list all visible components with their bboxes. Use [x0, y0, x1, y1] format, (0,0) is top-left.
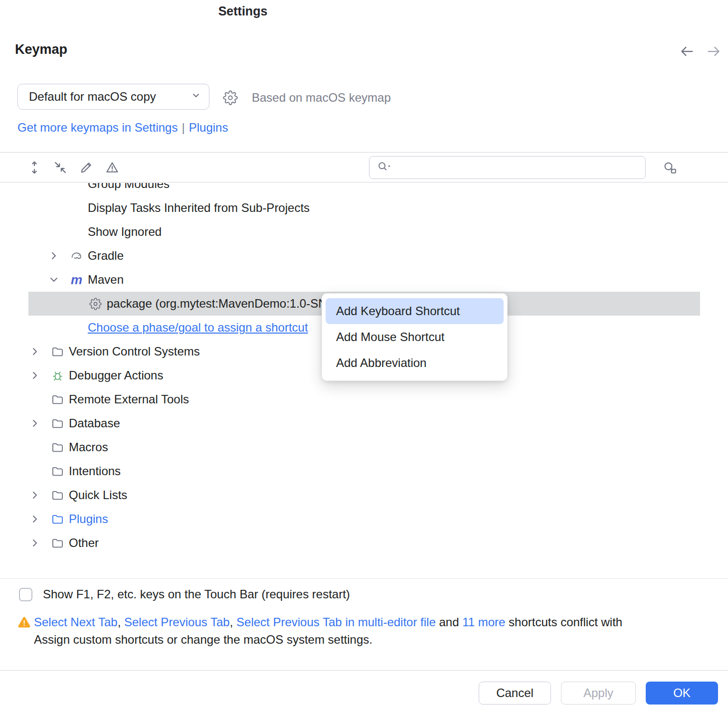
find-by-shortcut-icon[interactable]	[662, 160, 677, 175]
tree-item-intentions[interactable]: Intentions	[0, 459, 728, 483]
warning-separator: ,	[118, 615, 124, 629]
tree-item-show-ignored[interactable]: Show Ignored	[0, 220, 728, 244]
folder-icon	[51, 465, 64, 478]
based-on-label: Based on macOS keymap	[252, 91, 391, 105]
bug-icon	[51, 369, 64, 382]
keymap-selector-value: Default for macOS copy	[29, 90, 190, 104]
tree-item-label: Remote External Tools	[69, 392, 189, 406]
warning-tail: shortcuts conflict with	[505, 615, 622, 629]
search-icon[interactable]	[375, 160, 393, 175]
folder-icon	[51, 489, 64, 502]
folder-icon	[51, 345, 64, 358]
conflict-link-select-previous-tab-multi[interactable]: Select Previous Tab in multi-editor file	[236, 615, 436, 629]
tree-item-other[interactable]: Other	[0, 531, 728, 555]
menu-item-label: Add Keyboard Shortcut	[336, 304, 460, 318]
menu-item-add-abbreviation[interactable]: Add Abbreviation	[326, 350, 504, 376]
tree-item-label: Other	[69, 536, 99, 550]
folder-icon	[51, 513, 64, 526]
tree-item-label: Macros	[69, 440, 108, 454]
keymap-settings-gear-icon[interactable]	[223, 90, 238, 105]
window-title: Settings	[0, 4, 486, 18]
cancel-button[interactable]: Cancel	[479, 682, 551, 705]
conflict-link-select-previous-tab[interactable]: Select Previous Tab	[124, 615, 230, 629]
edit-shortcut-icon[interactable]	[79, 160, 94, 175]
tree-item-label: Database	[69, 416, 120, 430]
tree-item-label: Group Modules	[88, 183, 170, 191]
keymap-search-box	[369, 156, 646, 179]
get-more-keymaps-link[interactable]: Get more keymaps in Settings	[17, 121, 178, 134]
choose-goal-link[interactable]: Choose a phase/goal to assign a shortcut	[88, 321, 308, 335]
warning-line-2: Assign custom shortcuts or change the ma…	[34, 633, 372, 646]
conflict-link-more[interactable]: 11 more	[462, 615, 505, 629]
touchbar-option: Show F1, F2, etc. keys on the Touch Bar …	[19, 587, 350, 601]
chevron-right-icon[interactable]	[48, 250, 60, 262]
warning-icon	[17, 615, 31, 633]
link-divider: |	[182, 121, 184, 134]
chevron-right-icon[interactable]	[29, 369, 41, 381]
tree-item-remote-external-tools[interactable]: Remote External Tools	[0, 387, 728, 411]
tree-bottom-divider	[0, 578, 728, 579]
warning-text: Select Next Tab, Select Previous Tab, Se…	[34, 613, 726, 648]
menu-item-add-mouse-shortcut[interactable]: Add Mouse Shortcut	[326, 324, 504, 350]
ok-button[interactable]: OK	[646, 682, 718, 705]
gear-icon	[89, 297, 102, 311]
tree-item-label: Intentions	[69, 464, 121, 478]
tree-item-label: Gradle	[88, 249, 124, 263]
chevron-right-icon[interactable]	[29, 346, 41, 357]
tree-item-label: Show Ignored	[88, 225, 162, 239]
tree-item-label: Version Control Systems	[69, 345, 200, 358]
folder-icon	[51, 417, 64, 430]
maven-icon: m	[70, 272, 83, 288]
menu-item-label: Add Mouse Shortcut	[336, 330, 444, 344]
menu-item-add-keyboard-shortcut[interactable]: Add Keyboard Shortcut	[326, 298, 504, 324]
chevron-right-icon[interactable]	[29, 417, 41, 429]
gradle-icon	[70, 249, 83, 263]
warning-separator: ,	[230, 615, 236, 629]
touchbar-checkbox-label: Show F1, F2, etc. keys on the Touch Bar …	[43, 587, 350, 601]
menu-item-label: Add Abbreviation	[336, 356, 426, 370]
settings-dialog: Settings Keymap Default for macOS copy B…	[0, 0, 728, 713]
chevron-right-icon[interactable]	[29, 489, 41, 501]
tree-item-gradle[interactable]: Gradle	[0, 244, 728, 268]
folder-icon	[51, 536, 64, 550]
tree-item-macros[interactable]: Macros	[0, 435, 728, 459]
tree-item-label: Debugger Actions	[69, 368, 163, 382]
back-arrow-icon[interactable]	[680, 44, 695, 59]
tree-item-group-modules[interactable]: Group Modules	[0, 183, 728, 196]
warning-and: and	[436, 615, 462, 629]
context-menu: Add Keyboard Shortcut Add Mouse Shortcut…	[322, 293, 508, 381]
tree-toolbar	[0, 152, 728, 182]
keymap-selector[interactable]: Default for macOS copy	[17, 84, 209, 110]
touchbar-checkbox[interactable]	[19, 588, 32, 601]
chevron-down-icon	[190, 89, 202, 104]
keymap-search-input[interactable]	[393, 158, 645, 178]
forward-arrow-icon[interactable]	[706, 44, 721, 59]
tree-item-label: Plugins	[69, 512, 108, 526]
show-conflicts-icon[interactable]	[105, 160, 120, 175]
folder-icon	[51, 393, 64, 406]
tree-item-plugins[interactable]: Plugins	[0, 507, 728, 531]
tree-item-display-tasks[interactable]: Display Tasks Inherited from Sub-Project…	[0, 196, 728, 220]
tree-item-maven[interactable]: m Maven	[0, 268, 728, 292]
conflict-link-select-next-tab[interactable]: Select Next Tab	[34, 615, 118, 629]
folder-icon	[51, 441, 64, 454]
conflict-warning: Select Next Tab, Select Previous Tab, Se…	[17, 613, 726, 648]
tree-item-database[interactable]: Database	[0, 411, 728, 435]
footer-divider	[0, 670, 728, 671]
tree-item-label: Maven	[88, 273, 124, 287]
tree-item-quick-lists[interactable]: Quick Lists	[0, 483, 728, 507]
chevron-right-icon[interactable]	[29, 537, 41, 549]
tree-item-label: Quick Lists	[69, 488, 127, 502]
plugins-link[interactable]: Plugins	[189, 121, 228, 134]
keymap-links: Get more keymaps in Settings|Plugins	[17, 121, 228, 135]
page-title: Keymap	[15, 42, 67, 57]
chevron-right-icon[interactable]	[29, 513, 41, 525]
collapse-all-icon[interactable]	[53, 160, 68, 175]
tree-item-label: Display Tasks Inherited from Sub-Project…	[88, 201, 310, 215]
chevron-down-icon[interactable]	[48, 274, 60, 286]
expand-all-icon[interactable]	[27, 160, 42, 175]
apply-button[interactable]: Apply	[561, 682, 636, 705]
